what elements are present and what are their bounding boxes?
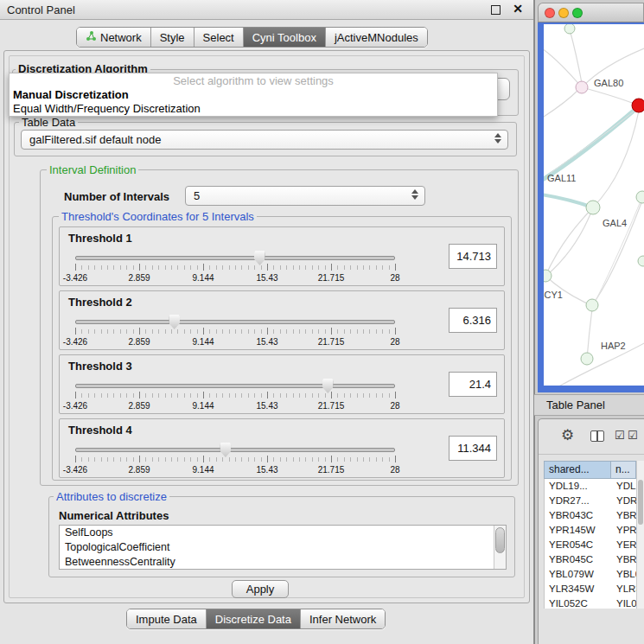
slider-track bbox=[75, 256, 395, 260]
table-cell-shared-name: YBL079W bbox=[545, 567, 612, 582]
threshold-slider[interactable]: -3.4262.8599.14415.4321.71528 bbox=[75, 250, 395, 284]
table-scrollbar[interactable] bbox=[636, 461, 644, 609]
close-traffic-light-icon[interactable] bbox=[545, 8, 555, 18]
window-title: Control Panel bbox=[7, 3, 75, 16]
algorithm-dropdown-popup: Select algorithm to view settings Manual… bbox=[9, 73, 498, 117]
threshold-slider[interactable]: -3.4262.8599.14415.4321.71528 bbox=[75, 442, 395, 476]
network-node[interactable] bbox=[576, 81, 588, 93]
slider-major-tick-icon bbox=[395, 264, 396, 271]
table-row[interactable]: YER054CYER0 bbox=[545, 538, 636, 552]
table-cell-shared-name: YBR045C bbox=[545, 552, 612, 567]
top-tab-bar: NetworkStyleSelectCyni ToolboxjActiveMNo… bbox=[76, 27, 428, 48]
threshold-label: Threshold 4 bbox=[68, 424, 132, 437]
tab-jactivemnodules[interactable]: jActiveMNodules bbox=[326, 28, 427, 47]
slider-tick-label: 2.859 bbox=[128, 337, 150, 347]
table-cell-shared-name: YBR043C bbox=[545, 508, 612, 523]
slider-track bbox=[75, 384, 395, 388]
tab-infer-network[interactable]: Infer Network bbox=[301, 609, 385, 628]
slider-major-tick-icon bbox=[139, 264, 140, 271]
column-header-name[interactable]: n... bbox=[611, 461, 636, 479]
list-item[interactable]: SelfLoops bbox=[60, 526, 506, 540]
network-window-frame: GAL80GAL11GAL4GCY1HAP2 bbox=[538, 22, 644, 392]
table-row[interactable]: YIL052CYIL0 bbox=[545, 596, 636, 609]
network-node[interactable] bbox=[581, 353, 593, 365]
network-node[interactable] bbox=[586, 299, 598, 311]
slider-minor-ticks-icon bbox=[75, 329, 395, 334]
list-item[interactable]: TopologicalCoefficient bbox=[60, 540, 506, 555]
table-cell-name: YIL0 bbox=[612, 596, 636, 609]
table-cell-name: YDL1 bbox=[612, 479, 636, 494]
network-node[interactable] bbox=[632, 99, 644, 112]
threshold-slider[interactable]: -3.4262.8599.14415.4321.71528 bbox=[75, 378, 395, 412]
slider-major-tick-icon bbox=[139, 456, 140, 462]
slider-minor-ticks-icon bbox=[75, 265, 395, 270]
number-of-intervals-label: Number of Intervals bbox=[64, 190, 169, 203]
network-node[interactable] bbox=[638, 256, 644, 266]
slider-tick-label: -3.426 bbox=[63, 401, 87, 411]
threshold-panel: Threshold 3-3.4262.8599.14415.4321.71528… bbox=[59, 354, 505, 414]
tab-impute-data[interactable]: Impute Data bbox=[127, 609, 207, 628]
slider-major-tick-icon bbox=[75, 392, 76, 399]
network-icon bbox=[86, 30, 97, 44]
table-row[interactable]: YDR27...YDR2 bbox=[545, 494, 636, 508]
network-node-label: HAP2 bbox=[601, 341, 626, 351]
gear-icon[interactable]: ⚙ bbox=[561, 426, 574, 444]
zoom-traffic-light-icon[interactable] bbox=[572, 8, 583, 18]
table-row[interactable]: YBR045CYBR0 bbox=[545, 552, 636, 567]
slider-thumb-icon[interactable] bbox=[254, 251, 265, 265]
scrollbar-thumb[interactable] bbox=[638, 480, 643, 525]
network-node[interactable] bbox=[564, 24, 575, 34]
slider-major-tick-icon bbox=[331, 264, 332, 271]
select-all-checkbox-icon[interactable]: ☑ bbox=[615, 429, 625, 442]
threshold-value-field[interactable]: 11.344 bbox=[449, 436, 497, 461]
slider-minor-ticks-icon bbox=[75, 457, 395, 462]
list-item[interactable]: BetweennessCentrality bbox=[60, 555, 506, 570]
table-cell-shared-name: YPR145W bbox=[545, 523, 612, 538]
network-node[interactable] bbox=[586, 201, 600, 214]
tab-label: Infer Network bbox=[309, 613, 376, 626]
table-data-combo-value: galFiltered.sif default node bbox=[29, 131, 161, 149]
table-row[interactable]: YBR043CYBR0 bbox=[545, 508, 636, 523]
select-column-checkbox-icon[interactable]: ☑ bbox=[628, 429, 638, 442]
slider-thumb-icon[interactable] bbox=[169, 315, 180, 329]
tab-style[interactable]: Style bbox=[151, 28, 194, 47]
dropdown-option[interactable]: Equal Width/Frequency Discretization bbox=[10, 102, 497, 116]
table-cell-name: YER0 bbox=[612, 538, 636, 552]
dropdown-option[interactable]: Manual Discretization bbox=[10, 88, 497, 102]
threshold-value-field[interactable]: 21.4 bbox=[449, 372, 497, 397]
network-canvas[interactable]: GAL80GAL11GAL4GCY1HAP2 bbox=[544, 24, 644, 386]
column-header-shared-name[interactable]: shared... bbox=[544, 461, 611, 479]
network-node[interactable] bbox=[636, 191, 644, 203]
tab-network[interactable]: Network bbox=[77, 28, 151, 47]
number-of-intervals-value: 5 bbox=[194, 187, 200, 205]
table-row[interactable]: YBL079WYBL0 bbox=[545, 567, 636, 582]
table-data-combo[interactable]: galFiltered.sif default node bbox=[21, 130, 508, 150]
attributes-listbox[interactable]: SelfLoopsTopologicalCoefficientBetweenne… bbox=[59, 525, 507, 570]
threshold-value-field[interactable]: 6.316 bbox=[449, 308, 497, 333]
close-window-icon[interactable]: ✕ bbox=[513, 2, 523, 16]
slider-tick-label: 21.715 bbox=[318, 401, 345, 411]
slider-thumb-icon[interactable] bbox=[220, 443, 231, 457]
slider-tick-label: 15.43 bbox=[256, 337, 277, 347]
network-graph: GAL80GAL11GAL4GCY1HAP2 bbox=[544, 24, 644, 386]
table-row[interactable]: YDL19...YDL1 bbox=[545, 479, 636, 494]
minimize-traffic-light-icon[interactable] bbox=[558, 8, 569, 18]
table-row[interactable]: YPR145WYPR1 bbox=[545, 523, 636, 538]
apply-button[interactable]: Apply bbox=[232, 580, 289, 598]
tab-discretize-data[interactable]: Discretize Data bbox=[207, 609, 301, 628]
number-of-intervals-combo[interactable]: 5 bbox=[185, 186, 425, 206]
table-row[interactable]: YLR345WYLR3 bbox=[545, 582, 636, 596]
table-cell-shared-name: YIL052C bbox=[545, 596, 612, 609]
scrollbar-thumb[interactable] bbox=[495, 527, 505, 553]
tab-cyni-toolbox[interactable]: Cyni Toolbox bbox=[244, 28, 326, 47]
attributes-list-scrollbar[interactable] bbox=[494, 526, 506, 569]
threshold-slider[interactable]: -3.4262.8599.14415.4321.71528 bbox=[75, 314, 395, 348]
network-node[interactable] bbox=[544, 270, 552, 282]
tab-select[interactable]: Select bbox=[194, 28, 244, 47]
columns-icon[interactable] bbox=[590, 430, 604, 442]
network-edge bbox=[592, 201, 642, 305]
float-window-icon[interactable] bbox=[491, 5, 501, 15]
slider-tick-label: -3.426 bbox=[63, 273, 87, 283]
threshold-value-field[interactable]: 14.713 bbox=[449, 244, 497, 269]
slider-track bbox=[75, 448, 395, 452]
